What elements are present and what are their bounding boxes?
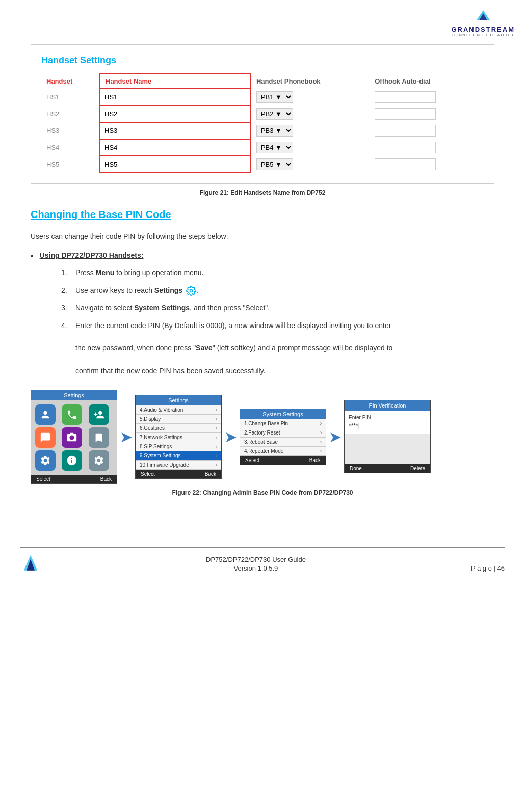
- screen3-menu-item[interactable]: 3.Reboot Base›: [240, 438, 326, 447]
- section-heading: Changing the Base PIN Code: [31, 209, 494, 221]
- hs-pb-cell[interactable]: PB1 ▼: [251, 89, 370, 105]
- screen2-menu-item[interactable]: 5.Display›: [136, 415, 221, 424]
- hs-pb-cell[interactable]: PB3 ▼: [251, 122, 370, 139]
- footer-page-label: P a g e: [471, 564, 492, 572]
- hs-name-cell[interactable]: [100, 139, 251, 156]
- screen1-select-label: Select: [36, 476, 50, 482]
- hs-pb-cell[interactable]: PB4 ▼: [251, 139, 370, 156]
- screen2-items: 4.Audio & Vibration›5.Display›6.Gestures…: [136, 405, 221, 470]
- screen2-menu-item[interactable]: 9.System Settings›: [136, 451, 221, 461]
- screen2-back-label: Back: [205, 471, 216, 477]
- figure1-box: Handset Settings Handset Handset Name Ha…: [31, 44, 494, 184]
- screen4-header: Pin Verification: [345, 400, 430, 411]
- hs-name-input[interactable]: [100, 125, 250, 137]
- page-footer: DP752/DP722/DP730 User Guide Version 1.0…: [20, 547, 505, 572]
- screen3-menu-item[interactable]: 2.Factory Reset›: [240, 428, 326, 438]
- hs-name-input[interactable]: [100, 142, 250, 153]
- hs-auto-input[interactable]: [375, 125, 436, 137]
- footer-page-num: 46: [497, 564, 505, 572]
- screen3-chevron-icon: ›: [320, 439, 322, 445]
- screen2-footer: Select Back: [136, 470, 221, 478]
- screen2-item-label: 8.SIP Settings: [140, 444, 172, 449]
- handset-settings-table: Handset Handset Name Handset Phonebook O…: [41, 73, 484, 173]
- screen2-item-label: 10.Firmware Upgrade: [140, 462, 189, 468]
- hs-pb-cell[interactable]: PB5 ▼: [251, 156, 370, 173]
- hs-auto-input[interactable]: [375, 142, 436, 153]
- hs-name-input[interactable]: [100, 91, 250, 103]
- screen4-footer: Done Delete: [345, 464, 430, 473]
- hs-auto-cell[interactable]: [370, 156, 483, 173]
- screen1-back-label: Back: [100, 476, 112, 482]
- screen3-menu-item[interactable]: 4.Repeater Mode›: [240, 447, 326, 456]
- hs-pb-cell[interactable]: PB2 ▼: [251, 105, 370, 122]
- icon-gear: [89, 450, 109, 471]
- settings-gear-icon: [186, 286, 196, 296]
- screen4-delete-label: Delete: [410, 466, 425, 471]
- icon-info: [62, 450, 82, 471]
- screen3-item-label: 1.Change Base Pin: [244, 421, 288, 426]
- hs-auto-cell[interactable]: [370, 89, 483, 105]
- screen2-chevron-icon: ›: [216, 435, 217, 440]
- hs-pb-select[interactable]: PB4 ▼: [256, 142, 293, 153]
- screen3-menu-item[interactable]: 1.Change Base Pin›: [240, 419, 326, 428]
- screen3-box: System Settings 1.Change Base Pin›2.Fact…: [240, 409, 326, 465]
- step-1-num: 1.: [61, 267, 75, 278]
- hs-pb-select[interactable]: PB1 ▼: [256, 91, 293, 103]
- col-phonebook-header: Handset Phonebook: [251, 74, 370, 89]
- icon-bookmark: [89, 427, 109, 448]
- hs-row-label: HS4: [41, 139, 100, 156]
- screen3-footer: Select Back: [240, 456, 326, 465]
- icon-person: [35, 404, 56, 425]
- screen3-items: 1.Change Base Pin›2.Factory Reset›3.Rebo…: [240, 419, 326, 456]
- step-1-text: Press Menu to bring up operation menu.: [75, 267, 494, 278]
- step-3: 3. Navigate to select System Settings, a…: [61, 302, 494, 313]
- hs-auto-cell[interactable]: [370, 139, 483, 156]
- hs-auto-input[interactable]: [375, 91, 436, 103]
- screen2-chevron-icon: ›: [216, 444, 217, 449]
- col-offhook-header: Offhook Auto-dial: [370, 74, 483, 89]
- main-content: Handset Settings Handset Handset Name Ha…: [0, 39, 525, 537]
- footer-center: DP752/DP722/DP730 User Guide Version 1.0…: [206, 556, 306, 572]
- hs-auto-cell[interactable]: [370, 105, 483, 122]
- hs-pb-select[interactable]: PB3 ▼: [256, 125, 293, 137]
- screen2-chevron-icon: ›: [216, 416, 217, 422]
- screen2-menu-item[interactable]: 7.Network Settings›: [136, 433, 221, 442]
- screen2-item-label: 6.Gestures: [140, 425, 165, 431]
- hs-auto-input[interactable]: [375, 158, 436, 170]
- screen2-item-label: 5.Display: [140, 416, 161, 422]
- step-4: 4. Enter the current code PIN (By Defaul…: [61, 320, 494, 377]
- icon-settings: [35, 450, 56, 471]
- screen1-box: Settings: [31, 390, 117, 484]
- screen3-chevron-icon: ›: [320, 430, 322, 436]
- icon-phone: [62, 404, 82, 425]
- screen2-menu-item[interactable]: 4.Audio & Vibration›: [136, 405, 221, 415]
- hs-table-row: HS3PB3 ▼: [41, 122, 483, 139]
- step-3-num: 3.: [61, 302, 75, 313]
- logo-text: GRANDSTREAM: [451, 25, 515, 33]
- hs-name-cell[interactable]: [100, 156, 251, 173]
- screen2-menu-item[interactable]: 10.Firmware Upgrade›: [136, 461, 221, 470]
- hs-name-input[interactable]: [100, 108, 250, 120]
- col-handset-header: Handset: [41, 74, 100, 89]
- figure1-title: Handset Settings: [41, 55, 484, 66]
- hs-name-cell[interactable]: [100, 105, 251, 122]
- hs-row-label: HS1: [41, 89, 100, 105]
- footer-page: P a g e | 46: [471, 564, 505, 572]
- numbered-steps: 1. Press Menu to bring up operation menu…: [61, 267, 494, 376]
- hs-name-input[interactable]: [100, 158, 250, 170]
- screen2-menu-item[interactable]: 8.SIP Settings›: [136, 442, 221, 451]
- hs-table-row: HS1PB1 ▼: [41, 89, 483, 105]
- hs-auto-input[interactable]: [375, 108, 436, 120]
- screen2-chevron-icon: ›: [216, 425, 217, 431]
- hs-table-row: HS5PB5 ▼: [41, 156, 483, 173]
- screen2-menu-item[interactable]: 6.Gestures›: [136, 424, 221, 433]
- hs-pb-select[interactable]: PB5 ▼: [256, 158, 293, 170]
- hs-name-cell[interactable]: [100, 122, 251, 139]
- screen2-header: Settings: [136, 395, 221, 405]
- hs-auto-cell[interactable]: [370, 122, 483, 139]
- hs-name-cell[interactable]: [100, 89, 251, 105]
- screen3-header: System Settings: [240, 409, 326, 419]
- hs-pb-select[interactable]: PB2 ▼: [256, 108, 293, 120]
- step-4-num: 4.: [61, 320, 75, 377]
- arrow1: ➤: [120, 428, 133, 446]
